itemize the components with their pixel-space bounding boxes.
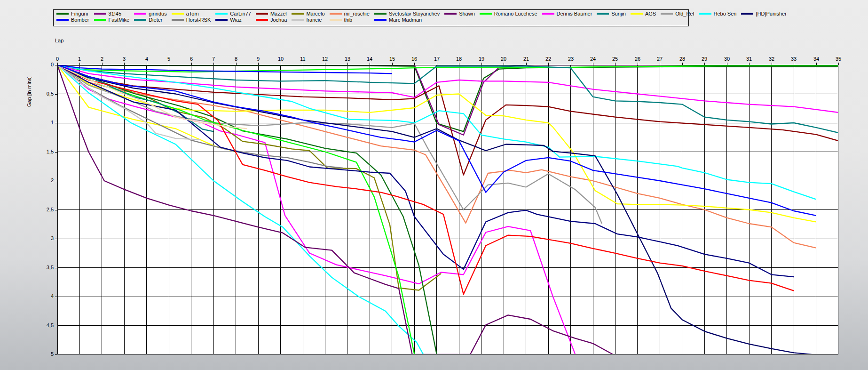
legend-label: Shawn: [459, 11, 475, 16]
legend-label: Marc Madman: [389, 17, 422, 23]
x-tick-label: 12: [318, 56, 332, 62]
legend-item-old-ref[interactable]: Old_Ref: [661, 11, 694, 16]
x-tick-label: 18: [452, 56, 466, 62]
x-tick-label: 29: [697, 56, 711, 62]
y-tick-label: 4,5: [38, 322, 54, 328]
legend-item-atom[interactable]: aTom: [172, 11, 211, 16]
x-tick-label: 20: [497, 56, 511, 62]
legend-item-dieter[interactable]: Dieter: [134, 17, 167, 23]
legend-item-svetoslav-stoyanchev[interactable]: Svetoslav Stoyanchev: [374, 11, 440, 16]
legend-item-marcelo[interactable]: Marcelo: [292, 11, 324, 16]
legend-color-swatch: [134, 19, 146, 21]
legend-label: [HD]Punisher: [756, 11, 786, 16]
y-tick-label: 3: [38, 235, 54, 241]
legend-item-sunjin[interactable]: Sunjin: [597, 11, 626, 16]
legend-item-bomber[interactable]: Bomber: [56, 17, 89, 23]
x-tick-label: 23: [564, 56, 578, 62]
y-tick-label: 5: [38, 351, 54, 357]
legend-color-swatch: [56, 13, 69, 15]
x-tick-label: 9: [251, 56, 265, 62]
legend-label: Bomber: [71, 17, 89, 23]
legend-item-thib[interactable]: thib: [330, 17, 370, 23]
legend-label: mr_roschie: [344, 11, 370, 16]
legend-label: thib: [344, 17, 353, 23]
x-tick-label: 28: [675, 56, 689, 62]
legend-item-girindus[interactable]: girindus: [134, 11, 167, 16]
x-tick-label: 0: [50, 56, 64, 62]
legend-label: Mazzel: [270, 11, 287, 16]
gap-chart-svg: [57, 65, 838, 354]
legend-label: girindus: [149, 11, 167, 16]
legend-color-swatch: [374, 13, 387, 15]
legend-color-swatch: [172, 13, 184, 15]
legend-item-marc-madman[interactable]: Marc Madman: [374, 17, 440, 23]
y-tick-mark: [55, 354, 57, 355]
legend-item-horst-rsk[interactable]: Horst-RSK: [172, 17, 211, 23]
x-tick-label: 22: [541, 56, 555, 62]
y-tick-label: 0: [38, 62, 54, 67]
x-tick-label: 5: [162, 56, 176, 62]
legend-color-swatch: [215, 13, 228, 15]
legend-color-swatch: [292, 19, 304, 21]
legend-color-swatch: [374, 19, 387, 21]
legend-label: Svetoslav Stoyanchev: [389, 11, 440, 16]
x-tick-label: 34: [809, 56, 823, 62]
x-tick-label: 2: [95, 56, 109, 62]
legend-label: Horst-RSK: [186, 17, 211, 23]
legend-item-mazzel[interactable]: Mazzel: [256, 11, 287, 16]
legend-color-swatch: [631, 13, 643, 15]
x-axis-title: Lap: [55, 38, 63, 43]
legend-item-romano-lucchese[interactable]: Romano Lucchese: [480, 11, 537, 16]
y-tick-label: 2,5: [38, 207, 54, 212]
legend-item-hebo-sen[interactable]: Hebo Sen: [699, 11, 737, 16]
legend-item-wiaz[interactable]: Wiaz: [215, 17, 251, 23]
legend-color-swatch: [542, 13, 554, 15]
legend-label: francie: [306, 17, 322, 23]
legend-item-carlin77[interactable]: CarLin77: [215, 11, 251, 16]
legend-item-mr-roschie[interactable]: mr_roschie: [330, 11, 370, 16]
legend-color-swatch: [480, 13, 492, 15]
legend-color-swatch: [699, 13, 711, 15]
x-tick-label: 3: [117, 56, 131, 62]
legend: Finguni31!45girindusaTomCarLin77MazzelMa…: [53, 9, 689, 26]
legend-label: Marcelo: [306, 11, 324, 16]
y-tick-label: 2: [38, 177, 54, 183]
x-tick-label: 16: [407, 56, 421, 62]
legend-item-shawn[interactable]: Shawn: [444, 11, 475, 16]
legend-color-swatch: [215, 19, 228, 21]
legend-item-fastmike[interactable]: FastMike: [94, 17, 130, 23]
x-tick-label: 32: [765, 56, 779, 62]
legend-label: CarLin77: [230, 11, 251, 16]
legend-label: Wiaz: [230, 17, 241, 23]
x-tick-label: 35: [831, 56, 845, 62]
legend-item-francie[interactable]: francie: [292, 17, 324, 23]
y-axis-title: Gap [in mins]: [26, 49, 32, 134]
legend-item-jochua[interactable]: Jochua: [256, 17, 287, 23]
legend-color-swatch: [256, 13, 268, 15]
legend-label: Finguni: [71, 11, 88, 16]
legend-label: 31!45: [109, 11, 122, 16]
legend-color-swatch: [94, 19, 106, 21]
legend-item-dennis-b-umer[interactable]: Dennis Bäumer: [542, 11, 592, 16]
legend-color-swatch: [661, 13, 673, 15]
x-tick-label: 15: [385, 56, 399, 62]
gap-chart-plot: [57, 65, 838, 354]
x-tick-label: 17: [430, 56, 444, 62]
legend-item-finguni[interactable]: Finguni: [56, 11, 89, 16]
legend-item-31-45[interactable]: 31!45: [94, 11, 130, 16]
legend-label: Dieter: [149, 17, 162, 23]
legend-item-ags[interactable]: AGS: [631, 11, 656, 16]
app-window: Finguni31!45girindusaTomCarLin77MazzelMa…: [0, 0, 868, 370]
y-tick-label: 1: [38, 120, 54, 125]
x-tick-label: 14: [363, 56, 377, 62]
legend-item--hd-punisher[interactable]: [HD]Punisher: [741, 11, 786, 16]
x-tick-label: 6: [184, 56, 198, 62]
legend-label: Hebo Sen: [714, 11, 737, 16]
legend-label: FastMike: [109, 17, 130, 23]
x-tick-label: 1: [72, 56, 87, 62]
y-tick-label: 4: [38, 293, 54, 299]
x-tick-label: 24: [586, 56, 600, 62]
legend-color-swatch: [172, 19, 184, 21]
x-tick-label: 33: [787, 56, 801, 62]
x-tick-label: 11: [296, 56, 310, 62]
